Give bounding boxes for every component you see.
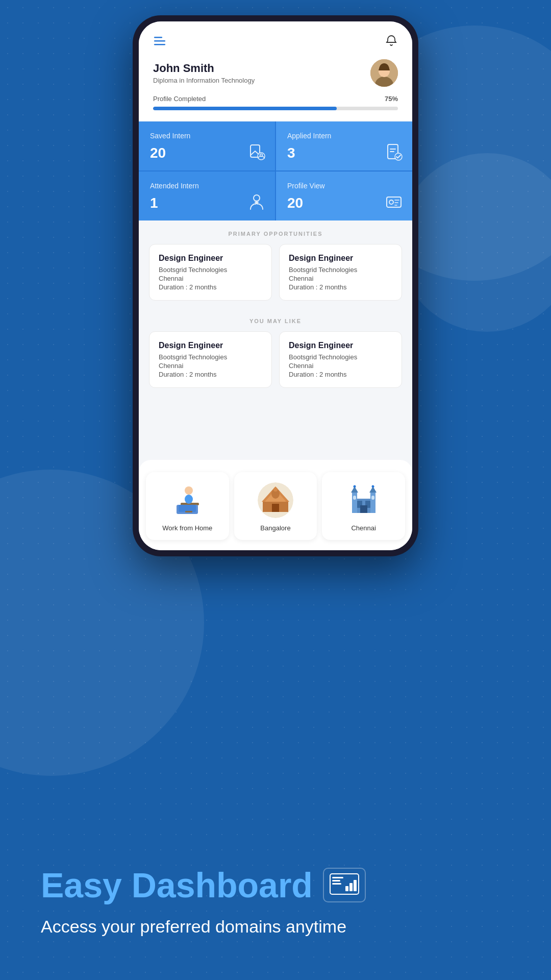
location-card-chennai[interactable]: Chennai (322, 472, 405, 540)
svg-point-36 (353, 485, 356, 488)
notification-bell-icon[interactable] (385, 34, 398, 50)
svg-rect-31 (360, 505, 367, 513)
progress-bar-fill (153, 107, 337, 110)
job-company: Bootsgrid Technologies (159, 266, 262, 274)
progress-bar (153, 107, 398, 110)
job-duration: Duration : 2 months (289, 371, 392, 378)
svg-rect-43 (332, 883, 341, 885)
job-duration: Duration : 2 months (289, 283, 392, 291)
stat-attended-intern[interactable]: Attended Intern 1 (139, 172, 275, 220)
you-may-like-label: YOU MAY LIKE (149, 318, 402, 324)
svg-rect-18 (179, 505, 196, 512)
stat-applied-intern[interactable]: Applied Intern 3 (276, 121, 412, 170)
profile-view-value: 20 (287, 195, 401, 211)
user-degree: Diploma in Information Technology (153, 77, 255, 84)
job-location: Chennai (159, 362, 262, 370)
job-company: Bootsgrid Technologies (289, 266, 392, 274)
job-location: Chennai (289, 362, 392, 370)
svg-rect-20 (185, 511, 192, 512)
svg-rect-45 (349, 883, 353, 891)
stat-saved-intern[interactable]: Saved Intern 20 (139, 121, 275, 170)
easy-dashboard-row: Easy Dashboard (41, 868, 510, 902)
avatar (370, 59, 398, 87)
id-card-icon (385, 193, 403, 213)
applied-intern-label: Applied Intern (287, 132, 401, 140)
svg-rect-38 (353, 496, 356, 500)
bookmark-person-icon (247, 143, 266, 163)
phone-mockup: John Smith Diploma in Information Techno… (133, 15, 418, 556)
profile-progress-row: Profile Completed 75% (153, 95, 398, 103)
easy-dashboard-title: Easy Dashboard (41, 868, 313, 902)
stats-grid: Saved Intern 20 Applied Intern 3 (139, 121, 412, 220)
job-card-4[interactable]: Design Engineer Bootsgrid Technologies C… (279, 331, 402, 388)
chennai-label: Chennai (330, 524, 397, 532)
svg-point-37 (371, 485, 374, 488)
svg-point-15 (185, 486, 193, 495)
profile-view-label: Profile View (287, 182, 401, 190)
phone-screen: John Smith Diploma in Information Techno… (139, 21, 412, 550)
svg-rect-1 (154, 40, 165, 42)
svg-point-27 (273, 487, 278, 492)
svg-rect-0 (154, 37, 162, 38)
svg-point-14 (389, 200, 393, 204)
dashboard-icon (323, 868, 366, 902)
svg-rect-46 (354, 880, 357, 891)
bangalore-label: Bangalore (242, 524, 309, 532)
job-title: Design Engineer (159, 254, 262, 263)
location-card-bangalore[interactable]: Bangalore (234, 472, 317, 540)
job-duration: Duration : 2 months (159, 283, 262, 291)
location-card-wfh[interactable]: Work from Home (146, 472, 229, 540)
job-card-3[interactable]: Design Engineer Bootsgrid Technologies C… (149, 331, 272, 388)
document-check-icon (385, 143, 403, 163)
job-title: Design Engineer (159, 341, 262, 350)
job-title: Design Engineer (289, 341, 392, 350)
person-star-icon (247, 193, 266, 213)
chennai-icon-wrap (346, 482, 382, 518)
attended-intern-label: Attended Intern (150, 182, 264, 190)
app-header: John Smith Diploma in Information Techno… (139, 21, 412, 120)
svg-rect-41 (332, 877, 343, 878)
job-company: Bootsgrid Technologies (159, 353, 262, 361)
subtitle-text: Access your preferred domains anytime (41, 915, 510, 939)
user-info-row: John Smith Diploma in Information Techno… (153, 59, 398, 87)
bottom-section: Easy Dashboard Access your preferred dom… (0, 868, 551, 939)
stat-profile-view[interactable]: Profile View 20 (276, 172, 412, 220)
location-cards-row: Work from Home (139, 460, 412, 550)
job-duration: Duration : 2 months (159, 371, 262, 378)
wfh-label: Work from Home (154, 524, 221, 532)
profile-completed-label: Profile Completed (153, 95, 206, 103)
svg-point-19 (185, 495, 193, 504)
job-location: Chennai (159, 275, 262, 282)
bangalore-icon-wrap (258, 482, 293, 518)
job-company: Bootsgrid Technologies (289, 353, 392, 361)
job-location: Chennai (289, 275, 392, 282)
applied-intern-value: 3 (287, 145, 401, 161)
user-name: John Smith (153, 62, 255, 75)
hamburger-icon[interactable] (153, 34, 167, 50)
svg-rect-2 (154, 44, 165, 45)
primary-jobs-grid: Design Engineer Bootsgrid Technologies C… (149, 244, 402, 308)
primary-opportunities-label: PRIMARY OPPORTUNITIES (149, 231, 402, 237)
svg-rect-42 (332, 880, 340, 881)
saved-intern-value: 20 (150, 145, 264, 161)
profile-completed-pct: 75% (385, 95, 398, 103)
recommended-jobs-grid: Design Engineer Bootsgrid Technologies C… (149, 331, 402, 395)
saved-intern-label: Saved Intern (150, 132, 264, 140)
svg-rect-25 (272, 504, 279, 512)
wfh-icon-wrap (169, 482, 205, 518)
job-title: Design Engineer (289, 254, 392, 263)
svg-rect-39 (371, 496, 374, 500)
svg-rect-44 (345, 886, 348, 891)
job-card-2[interactable]: Design Engineer Bootsgrid Technologies C… (279, 244, 402, 301)
job-card-1[interactable]: Design Engineer Bootsgrid Technologies C… (149, 244, 272, 301)
attended-intern-value: 1 (150, 195, 264, 211)
